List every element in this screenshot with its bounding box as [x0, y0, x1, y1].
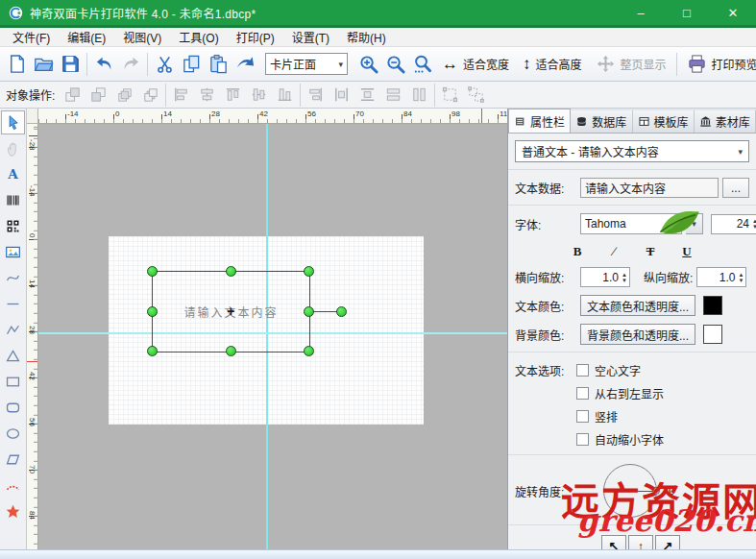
fit-height-button[interactable]: ↕ 适合高度: [516, 51, 589, 78]
rotate-handle[interactable]: [336, 306, 347, 317]
zoom-in-button[interactable]: [354, 51, 381, 78]
tool-button[interactable]: [1, 448, 25, 472]
panel-tab[interactable]: 素材库: [695, 110, 756, 133]
tool-button[interactable]: [1, 499, 25, 523]
paste-button[interactable]: [205, 51, 232, 78]
text-option-checkbox[interactable]: 竖排: [576, 408, 664, 425]
menu-item[interactable]: 设置(T): [283, 29, 338, 45]
tool-button[interactable]: [1, 214, 25, 238]
object-selector-dropdown[interactable]: 普通文本 - 请输入文本内容 ▾: [515, 140, 749, 162]
align-top-icon: [224, 85, 242, 104]
tool-button[interactable]: [1, 474, 25, 498]
save-button[interactable]: [57, 51, 84, 78]
tool-button[interactable]: [1, 422, 25, 446]
new-file-button[interactable]: [3, 51, 30, 78]
selection-handle[interactable]: [147, 306, 158, 317]
font-family-select[interactable]: Tahoma: [580, 213, 682, 234]
panel-tab[interactable]: 属性栏: [508, 109, 571, 133]
text-color-swatch[interactable]: [703, 296, 722, 315]
tool-button[interactable]: [1, 396, 25, 420]
fit-width-button[interactable]: ↔ 适合宽度: [435, 51, 516, 78]
cut-button[interactable]: [151, 51, 178, 78]
cursor-position-marker: [481, 109, 482, 123]
printer-icon: [687, 54, 707, 74]
bg-color-row: 背景颜色: 背景颜色和透明度...: [515, 324, 749, 345]
text-data-field[interactable]: 请输入文本内容: [580, 178, 719, 198]
align-button: [195, 84, 219, 106]
text-data-more-button[interactable]: ...: [722, 178, 749, 198]
checkbox-icon[interactable]: [576, 364, 589, 377]
tool-button[interactable]: [1, 188, 25, 212]
import-button[interactable]: [232, 51, 258, 78]
tool-button[interactable]: A: [1, 162, 25, 186]
distribute-button: [407, 84, 431, 106]
menu-item[interactable]: 工具(O): [170, 29, 227, 45]
design-canvas[interactable]: 请输入文本内容 +: [38, 124, 507, 550]
font-family-dropdown-button[interactable]: ▾: [686, 213, 703, 234]
tool-button[interactable]: [1, 292, 25, 316]
print-preview-button[interactable]: 打印预览: [680, 51, 756, 78]
checkbox-icon[interactable]: [576, 410, 589, 423]
selection-handle[interactable]: [304, 306, 314, 317]
minimize-button[interactable]: –: [618, 0, 664, 25]
spinner-arrows-icon[interactable]: ▲▼: [622, 272, 627, 283]
alignment-button-align-top[interactable]: ↑: [628, 535, 653, 550]
panel-tab[interactable]: 数据库: [571, 110, 632, 133]
undo-button[interactable]: [90, 51, 117, 78]
alignment-button-align-top-right[interactable]: ↗: [655, 535, 680, 550]
menu-item[interactable]: 文件(F): [4, 29, 59, 45]
selection-handle[interactable]: [304, 346, 314, 356]
spinner-arrows-icon[interactable]: ▲▼: [738, 272, 744, 283]
text-color-row: 文本颜色: 文本颜色和透明度...: [515, 295, 749, 316]
grouping-button: [464, 84, 488, 106]
text-style-button-bold[interactable]: B: [570, 243, 585, 259]
arctext-icon: [5, 477, 21, 494]
spinner-arrows-icon[interactable]: ▲▼: [752, 218, 756, 230]
tool-button[interactable]: [1, 370, 25, 394]
text-color-button[interactable]: 文本颜色和透明度...: [580, 295, 695, 316]
bg-color-button[interactable]: 背景颜色和透明度...: [580, 324, 695, 345]
rotation-dial[interactable]: [603, 464, 657, 518]
h-scale-spinner[interactable]: 1.0 ▲▼: [580, 267, 630, 287]
ruler-tick-label: 42: [259, 109, 268, 118]
menu-item[interactable]: 帮助(H): [338, 29, 395, 45]
tool-button[interactable]: [1, 110, 25, 134]
copy-button[interactable]: [178, 51, 205, 78]
checkbox-icon[interactable]: [576, 433, 589, 446]
title-bar: 神奇双面卡片打印软件 4.0 - 未命名1.dbcp* – □ ✕: [0, 0, 756, 28]
text-style-button-italic[interactable]: ∕: [606, 243, 622, 259]
checkbox-icon[interactable]: [576, 387, 589, 400]
v-scale-spinner[interactable]: 1.0 ▲▼: [696, 267, 746, 287]
card-side-select[interactable]: 卡片正面 ▾: [265, 53, 348, 75]
h-scale-value: 1.0: [602, 271, 619, 284]
ruler-tick-label: 56: [28, 418, 37, 426]
bg-color-swatch[interactable]: [703, 325, 722, 344]
text-option-checkbox[interactable]: 自动缩小字体: [576, 431, 664, 448]
zoom-out-button[interactable]: [381, 51, 408, 78]
panel-tab[interactable]: 模板库: [633, 110, 695, 133]
text-style-button-strikethrough[interactable]: T: [643, 243, 658, 259]
text-option-checkbox[interactable]: 从右到左显示: [576, 385, 664, 401]
selection-handle[interactable]: [226, 266, 236, 277]
alignment-button-align-top-left[interactable]: ↖: [601, 535, 626, 550]
close-button[interactable]: ✕: [710, 0, 756, 25]
selected-text-object[interactable]: 请输入文本内容 +: [152, 271, 310, 352]
tool-button[interactable]: [1, 240, 25, 264]
selection-handle[interactable]: [147, 266, 158, 277]
zoom-custom-button[interactable]: [408, 51, 435, 78]
selection-handle[interactable]: [147, 346, 158, 356]
maximize-button[interactable]: □: [664, 0, 710, 25]
menu-item[interactable]: 打印(P): [228, 29, 283, 45]
selection-handle[interactable]: [226, 346, 236, 356]
selection-handle[interactable]: [304, 266, 314, 277]
font-size-spinner[interactable]: 24 ▲▼: [711, 214, 756, 234]
open-file-button[interactable]: [30, 51, 57, 78]
text-style-button-underline[interactable]: U: [679, 243, 695, 259]
tool-button[interactable]: [1, 344, 25, 368]
tool-button[interactable]: [1, 266, 25, 290]
menu-item[interactable]: 视图(V): [114, 29, 170, 45]
tool-button[interactable]: [1, 318, 25, 342]
menu-item[interactable]: 编辑(E): [59, 29, 114, 45]
text-option-checkbox[interactable]: 空心文字: [576, 362, 664, 378]
dial-handle[interactable]: [652, 487, 660, 495]
